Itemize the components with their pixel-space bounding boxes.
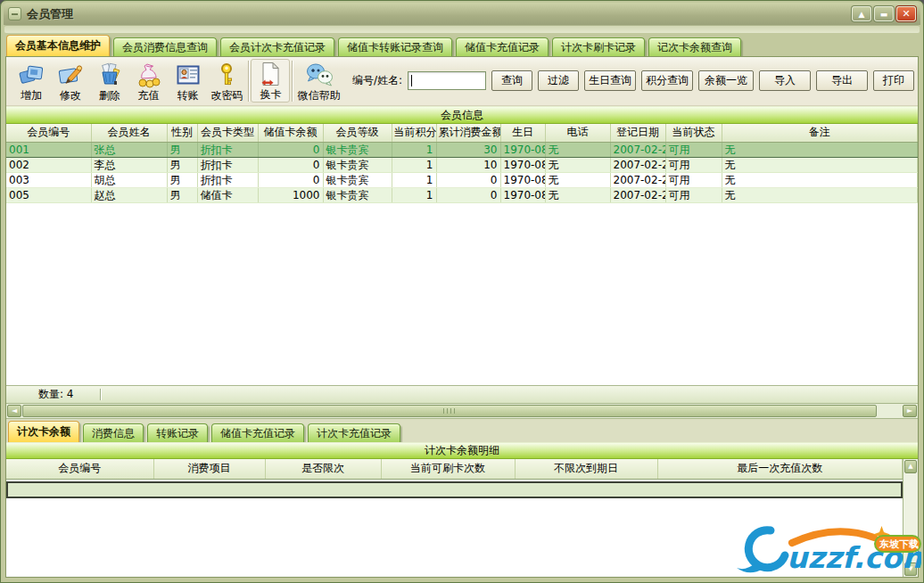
app-window: 会员管理 ▲ ▬ ✕ 会员基本信息维护 会员消费信息查询 会员计次卡充值记录 储… <box>0 0 924 583</box>
maximize-button[interactable]: ▲ <box>852 6 871 21</box>
tab-label: 储值卡转账记录查询 <box>347 40 443 55</box>
member-row[interactable]: 003 胡总 男 折扣卡 0 银卡贵宾 1 0 1970-08-0 无 2007… <box>6 172 918 187</box>
recharge-button[interactable]: 充值 <box>129 59 169 103</box>
detail-selected-empty-row[interactable] <box>6 481 903 498</box>
toolbar-button-label: 充值 <box>138 89 160 102</box>
tab-stored-recharge-records[interactable]: 储值卡充值记录 <box>211 423 304 442</box>
transfer-button[interactable]: 转账 <box>169 59 208 103</box>
dcol-swipes-left[interactable]: 当前可刷卡次数 <box>381 459 515 479</box>
dcol-member-id[interactable]: 会员编号 <box>6 459 153 479</box>
window-title: 会员管理 <box>27 6 73 22</box>
close-icon[interactable]: ✕ <box>896 6 916 21</box>
col-stored-balance[interactable]: 储值卡余额 <box>258 124 323 142</box>
tab-consume-info[interactable]: 消费信息 <box>83 423 144 442</box>
member-row[interactable]: 005 赵总 男 储值卡 1000 银卡贵宾 1 0 1970-08-0 无 2… <box>6 187 918 202</box>
col-current-points[interactable]: 当前积分 <box>392 124 436 142</box>
tab-label: 会员计次卡充值记录 <box>229 40 326 55</box>
cell: 10 <box>436 157 500 172</box>
cell: 折扣卡 <box>197 142 258 157</box>
scroll-right-icon[interactable]: ► <box>903 405 917 417</box>
tab-counting-card-swipe-records[interactable]: 计次卡刷卡记录 <box>552 37 645 56</box>
tab-member-consume-query[interactable]: 会员消费信息查询 <box>113 37 217 56</box>
query-button[interactable]: 查询 <box>491 70 532 91</box>
tab-stored-card-recharge-records[interactable]: 储值卡充值记录 <box>456 37 549 56</box>
dcol-consume-item[interactable]: 消费项目 <box>153 459 265 479</box>
title-bar[interactable]: 会员管理 ▲ ▬ ✕ <box>4 3 920 25</box>
col-status[interactable]: 当前状态 <box>665 124 722 142</box>
col-total-consumption[interactable]: 累计消费金额 <box>436 124 500 142</box>
tab-stored-card-transfer-query[interactable]: 储值卡转账记录查询 <box>338 37 452 56</box>
scroll-grip <box>443 408 456 414</box>
col-gender[interactable]: 性别 <box>167 124 197 142</box>
cell: 可用 <box>665 172 722 187</box>
export-button[interactable]: 导出 <box>816 70 868 91</box>
change-password-button[interactable]: 改密码 <box>207 59 246 103</box>
col-card-type[interactable]: 会员卡类型 <box>197 124 258 142</box>
col-phone[interactable]: 电话 <box>545 124 610 142</box>
change-password-icon <box>213 62 240 88</box>
scroll-down-icon[interactable]: ▼ <box>904 562 917 576</box>
horizontal-scrollbar: ◄ ► <box>6 403 918 419</box>
member-table: 会员编号 会员姓名 性别 会员卡类型 储值卡余额 会员等级 当前积分 累计消费金… <box>6 124 918 203</box>
add-button[interactable]: 增加 <box>12 59 51 103</box>
title-substrip <box>4 25 920 33</box>
cell: 1 <box>392 187 436 202</box>
detail-table-title: 计次卡余额明细 <box>6 442 918 459</box>
cell: 折扣卡 <box>197 157 258 172</box>
cell: 1970-08-0 <box>500 157 545 172</box>
tab-member-basic-info[interactable]: 会员基本信息维护 <box>6 35 110 56</box>
cell: 0 <box>258 172 323 187</box>
wechat-help-button[interactable]: 微信帮助 <box>294 59 342 103</box>
cell: 0 <box>258 157 323 172</box>
cell: 无 <box>722 157 918 172</box>
col-member-level[interactable]: 会员等级 <box>323 124 392 142</box>
print-button[interactable]: 打印 <box>873 70 914 91</box>
col-register-date[interactable]: 登记日期 <box>610 124 665 142</box>
horizontal-scroll-thumb[interactable] <box>22 405 877 417</box>
cell: 无 <box>722 187 918 202</box>
window-controls: ▲ ▬ ✕ <box>852 6 916 21</box>
member-row[interactable]: 002 李总 男 折扣卡 0 银卡贵宾 1 10 1970-08-0 无 200… <box>6 157 918 172</box>
balance-overview-button[interactable]: 余额一览 <box>698 70 754 91</box>
toolbar-button-label: 转账 <box>177 89 199 102</box>
dcol-unlimited-expiry[interactable]: 不限次到期日 <box>515 459 657 479</box>
change-card-button[interactable]: 换卡 <box>251 59 290 103</box>
col-member-id[interactable]: 会员编号 <box>6 124 91 142</box>
scroll-left-icon[interactable]: ◄ <box>7 405 21 417</box>
cell: 1 <box>392 157 436 172</box>
import-button[interactable]: 导入 <box>759 70 811 91</box>
tab-counting-recharge-records[interactable]: 计次卡充值记录 <box>308 423 400 442</box>
detail-area: 会员编号 消费项目 是否限次 当前可刷卡次数 不限次到期日 最后一次充值次数 ▲… <box>6 459 918 577</box>
tab-label: 计次卡充值记录 <box>317 426 392 441</box>
tab-transfer-records[interactable]: 转账记录 <box>147 423 208 442</box>
recharge-icon <box>136 62 162 88</box>
dcol-limit-flag[interactable]: 是否限次 <box>265 459 381 479</box>
edit-button[interactable]: 修改 <box>51 59 90 103</box>
tab-counting-card-recharge-records[interactable]: 会员计次卡充值记录 <box>220 37 334 56</box>
delete-button[interactable]: 删除 <box>90 59 129 103</box>
minimize-button[interactable]: ▬ <box>874 6 894 21</box>
cell: 储值卡 <box>197 187 258 202</box>
transfer-icon <box>175 62 202 88</box>
member-table-header-row: 会员编号 会员姓名 性别 会员卡类型 储值卡余额 会员等级 当前积分 累计消费金… <box>6 124 918 142</box>
cell: 张总 <box>91 142 167 157</box>
col-remark[interactable]: 备注 <box>722 124 918 142</box>
scroll-track[interactable] <box>878 405 903 417</box>
top-tab-bar: 会员基本信息维护 会员消费信息查询 会员计次卡充值记录 储值卡转账记录查询 储值… <box>6 34 918 56</box>
member-row-selected[interactable]: 001 张总 男 折扣卡 0 银卡贵宾 1 30 1970-08-0 无 200… <box>6 142 918 157</box>
vertical-scrollbar: ▲ ▼ <box>903 459 918 577</box>
search-input[interactable] <box>408 71 486 90</box>
col-member-name[interactable]: 会员姓名 <box>91 124 167 142</box>
points-query-button[interactable]: 积分查询 <box>641 70 693 91</box>
birthday-query-button[interactable]: 生日查询 <box>584 70 636 91</box>
filter-button[interactable]: 过滤 <box>538 70 579 91</box>
cell: 1970-08-0 <box>500 187 545 202</box>
cell: 无 <box>722 142 918 157</box>
tab-counting-card-balance[interactable]: 计次卡余额 <box>8 421 79 442</box>
cell: 0 <box>436 172 500 187</box>
dcol-last-recharge-count[interactable]: 最后一次充值次数 <box>657 459 903 479</box>
col-birthday[interactable]: 生日 <box>500 124 545 142</box>
tab-counting-card-balance-query[interactable]: 记次卡余额查询 <box>648 37 741 56</box>
scroll-up-icon[interactable]: ▲ <box>904 460 917 473</box>
cell: 可用 <box>665 142 722 157</box>
